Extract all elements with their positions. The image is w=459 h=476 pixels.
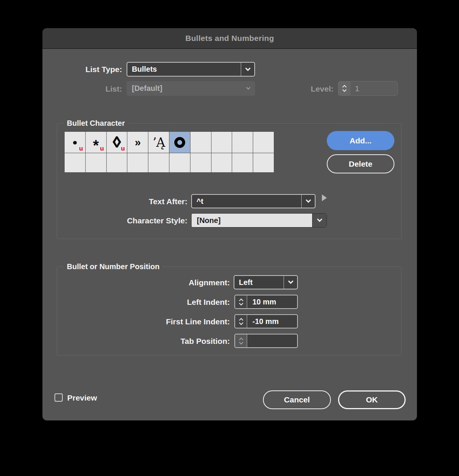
level-label: Level: bbox=[287, 84, 334, 93]
chevron-down-icon bbox=[317, 217, 322, 222]
position-legend: Bullet or Number Position bbox=[64, 262, 163, 271]
left-indent-field[interactable] bbox=[234, 295, 298, 309]
level-input bbox=[350, 84, 397, 93]
bullet-glyph: » bbox=[135, 137, 141, 148]
bullet-glyph: ʼĄ bbox=[152, 136, 165, 149]
dialog-title: Bullets and Numbering bbox=[185, 34, 274, 43]
bullet-cell-5[interactable]: ʼĄ bbox=[148, 132, 169, 153]
text-after-label: Text After: bbox=[99, 197, 187, 206]
bullet-cell-empty-19[interactable] bbox=[232, 153, 253, 173]
delete-button[interactable]: Delete bbox=[327, 154, 394, 173]
list-type-label: List Type: bbox=[50, 65, 122, 74]
tab-position-label: Tab Position: bbox=[118, 337, 230, 346]
tab-position-stepper bbox=[235, 334, 247, 347]
unicode-mark: u bbox=[100, 145, 104, 152]
stepper-down-icon bbox=[239, 340, 243, 344]
level-field bbox=[338, 81, 398, 96]
alignment-value: Left bbox=[234, 276, 284, 289]
dialog-titlebar[interactable]: Bullets and Numbering bbox=[42, 28, 417, 49]
stepper-down-icon bbox=[239, 321, 243, 325]
text-after-chevron-area[interactable] bbox=[301, 195, 315, 208]
character-style-value: [None] bbox=[192, 214, 312, 227]
left-indent-input[interactable] bbox=[247, 295, 297, 308]
bullet-cell-empty-14[interactable] bbox=[127, 153, 148, 173]
bullet-cell-empty-13[interactable] bbox=[107, 153, 128, 173]
left-indent-stepper[interactable] bbox=[235, 295, 247, 308]
alignment-chevron-area[interactable] bbox=[284, 276, 297, 289]
chevron-down-icon bbox=[245, 66, 250, 71]
list-type-value: Bullets bbox=[127, 63, 241, 76]
list-label: List: bbox=[50, 84, 122, 93]
character-style-chevron-area[interactable] bbox=[312, 214, 326, 227]
bullet-cell-empty-8[interactable] bbox=[211, 132, 233, 153]
cancel-button-label: Cancel bbox=[284, 395, 310, 404]
text-after-flyout-icon[interactable] bbox=[322, 194, 327, 201]
bullet-cell-empty-11[interactable] bbox=[65, 153, 86, 173]
tab-position-input[interactable] bbox=[247, 334, 297, 347]
unicode-mark: u bbox=[79, 145, 83, 152]
bullet-glyph: * bbox=[93, 138, 99, 153]
bullet-cell-empty-18[interactable] bbox=[211, 153, 233, 173]
bullet-cell-4[interactable]: » bbox=[127, 132, 148, 153]
level-stepper bbox=[338, 81, 350, 95]
bullet-cell-2[interactable]: *u bbox=[86, 132, 107, 153]
bullet-cell-empty-7[interactable] bbox=[190, 132, 211, 153]
bullet-cell-empty-9[interactable] bbox=[232, 132, 253, 153]
alignment-label: Alignment: bbox=[118, 278, 230, 287]
list-value: [Default] bbox=[127, 81, 242, 96]
chevron-down-icon bbox=[288, 279, 293, 284]
screen-background: Bullets and Numbering List Type: Bullets… bbox=[0, 0, 459, 476]
preview-label: Preview bbox=[67, 393, 142, 402]
list-select: [Default] bbox=[127, 81, 255, 96]
alignment-select[interactable]: Left bbox=[234, 275, 298, 289]
bullet-glyph: • bbox=[72, 136, 77, 149]
bullets-and-numbering-dialog: Bullets and Numbering List Type: Bullets… bbox=[42, 28, 417, 420]
preview-checkbox[interactable] bbox=[54, 393, 63, 402]
text-after-input[interactable] bbox=[192, 195, 301, 208]
list-chevron-area bbox=[242, 81, 255, 96]
bullet-cell-3[interactable]: ◊u bbox=[107, 132, 128, 153]
delete-button-label: Delete bbox=[349, 160, 372, 169]
list-type-select[interactable]: Bullets bbox=[127, 62, 255, 77]
bullet-cell-empty-16[interactable] bbox=[169, 153, 190, 173]
list-type-chevron-area[interactable] bbox=[241, 63, 254, 76]
ring-bullet-glyph bbox=[174, 137, 185, 148]
first-line-indent-label: First Line Indent: bbox=[118, 317, 230, 326]
bullet-glyph: ◊ bbox=[113, 134, 121, 150]
bullet-cell-empty-15[interactable] bbox=[148, 153, 169, 173]
stepper-down-icon bbox=[239, 301, 243, 305]
cancel-button[interactable]: Cancel bbox=[263, 390, 331, 409]
add-button[interactable]: Add... bbox=[327, 131, 394, 150]
chevron-down-icon bbox=[246, 85, 250, 89]
bullet-character-legend: Bullet Character bbox=[64, 119, 128, 128]
bullet-cell-empty-10[interactable] bbox=[253, 132, 274, 153]
bullet-cell-6[interactable] bbox=[169, 132, 190, 153]
ok-button-label: OK bbox=[366, 395, 378, 404]
first-line-indent-input[interactable] bbox=[247, 315, 297, 328]
bullet-cell-empty-17[interactable] bbox=[190, 153, 211, 173]
unicode-mark: u bbox=[121, 145, 125, 152]
ok-button[interactable]: OK bbox=[338, 390, 406, 409]
first-line-indent-stepper[interactable] bbox=[235, 315, 247, 328]
character-style-label: Character Style: bbox=[99, 216, 187, 225]
chevron-down-icon bbox=[305, 197, 311, 203]
add-button-label: Add... bbox=[350, 136, 371, 145]
bullet-cell-empty-20[interactable] bbox=[253, 153, 274, 173]
character-style-select[interactable]: [None] bbox=[191, 213, 327, 227]
text-after-combo[interactable] bbox=[191, 194, 316, 208]
stepper-down-icon bbox=[342, 88, 346, 92]
first-line-indent-field[interactable] bbox=[234, 314, 298, 328]
bullet-cell-empty-12[interactable] bbox=[86, 153, 107, 173]
bullet-grid: •u*u◊u»ʼĄ bbox=[64, 131, 274, 173]
tab-position-field[interactable] bbox=[234, 334, 298, 348]
left-indent-label: Left Indent: bbox=[118, 298, 230, 307]
bullet-cell-1[interactable]: •u bbox=[65, 132, 86, 153]
